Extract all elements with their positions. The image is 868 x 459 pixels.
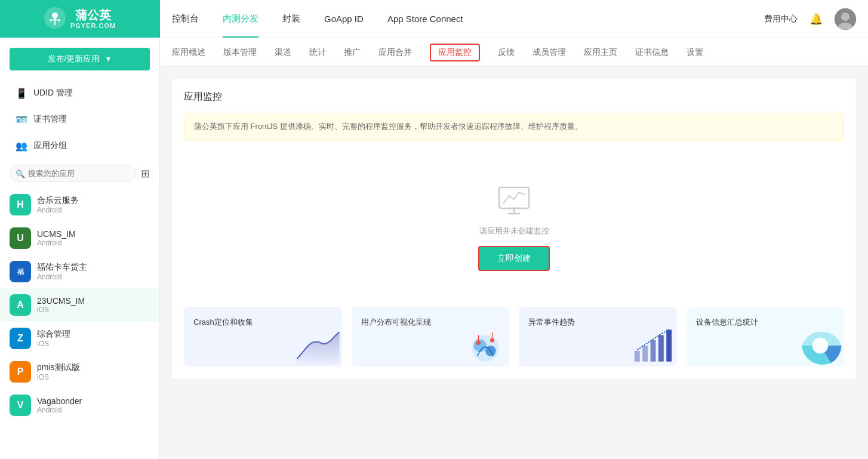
nav-dashboard[interactable]: 控制台 [172,0,199,38]
svg-point-8 [841,13,849,21]
app-info: Vagabonder Android [37,396,82,414]
sidebar-item-group[interactable]: 👥 应用分组 [10,133,150,159]
svg-rect-24 [658,335,663,361]
user-dist-icon [461,325,509,366]
subnav-promote[interactable]: 推广 [344,38,361,66]
feature-card-title: Crash定位和收集 [193,316,333,328]
top-nav: 蒲公英 PGYER.COM 控制台 内测分发 封装 GoApp ID App S… [0,0,868,38]
subnav-members[interactable]: 成员管理 [533,38,566,66]
sidebar-item-cert[interactable]: 🪪 证书管理 [10,106,150,133]
sidebar-menu: 📱 UDID 管理 🪪 证书管理 👥 应用分组 [0,80,159,159]
logo-text: 蒲公英 PGYER.COM [70,8,116,30]
subnav-channel[interactable]: 渠道 [275,38,291,66]
nav-goappid[interactable]: GoApp ID [324,0,364,38]
nav-links: 控制台 内测分发 封装 GoApp ID App Store Connect [160,0,764,38]
search-input-wrap: 🔍 [10,165,136,182]
app-icon: A [10,294,31,316]
svg-point-5 [50,19,52,21]
crash-chart-icon [294,325,342,366]
info-banner: 蒲公英旗下应用 FrontJS 提供准确、实时、完整的程序监控服务，帮助开发者快… [184,113,844,141]
page-content: 应用监控 蒲公英旗下应用 FrontJS 提供准确、实时、完整的程序监控服务，帮… [160,67,868,459]
subnav-homepage[interactable]: 应用主页 [584,38,617,66]
nav-appstore[interactable]: App Store Connect [387,0,463,38]
app-icon: P [10,361,31,383]
fee-center-link[interactable]: 费用中心 [764,14,798,24]
list-item[interactable]: Z 综合管理 iOS [0,322,159,355]
udid-icon: 📱 [16,87,27,99]
subnav-feedback[interactable]: 反馈 [498,38,515,66]
monitor-icon [496,183,532,218]
subnav-cert[interactable]: 证书信息 [635,38,669,66]
svg-rect-10 [499,187,529,208]
list-item[interactable]: H 合乐云服务 Android [0,188,159,221]
app-info: pmis测试版 iOS [37,362,80,381]
subnav-merge[interactable]: 应用合并 [378,38,412,66]
svg-rect-23 [650,340,655,362]
app-icon: 福 [10,261,31,282]
svg-point-6 [58,19,60,21]
subnav-version[interactable]: 版本管理 [223,38,257,66]
feature-card-user-dist: 用户分布可视化呈现 [352,307,510,366]
grid-view-icon[interactable]: ⊞ [141,167,150,180]
svg-point-26 [812,337,829,353]
nav-beta[interactable]: 内测分发 [223,0,258,38]
avatar[interactable] [835,8,856,30]
list-item[interactable]: P pmis测试版 iOS [0,355,159,389]
create-monitor-button[interactable]: 立即创建 [478,246,550,271]
feature-cards: Crash定位和收集 [184,307,844,366]
dropdown-arrow-icon: ▼ [105,55,112,63]
nav-right: 费用中心 🔔 [764,8,868,30]
device-info-icon [796,325,844,366]
nav-package[interactable]: 封装 [282,0,300,38]
svg-rect-22 [642,346,648,362]
feature-card-title: 设备信息汇总统计 [696,316,835,328]
list-item[interactable]: 福 福佑卡车货主 Android [0,255,159,288]
sidebar-item-udid[interactable]: 📱 UDID 管理 [10,80,150,106]
search-input[interactable] [10,165,136,182]
svg-rect-21 [634,351,639,362]
app-info: 综合管理 iOS [37,329,70,348]
list-item-active[interactable]: A 23UCMS_IM iOS [0,288,159,322]
app-info: 合乐云服务 Android [37,195,79,214]
logo-area: 蒲公英 PGYER.COM [0,0,160,38]
subnav-stats[interactable]: 统计 [309,38,326,66]
main-layout: 发布/更新应用 ▼ 📱 UDID 管理 🪪 证书管理 👥 应用分组 🔍 ⊞ [0,38,868,459]
subnav-overview[interactable]: 应用概述 [172,38,205,66]
empty-text: 该应用并未创建监控 [479,226,549,236]
app-icon: H [10,194,31,215]
app-icon: U [10,227,31,249]
feature-card-crash: Crash定位和收集 [184,307,342,366]
subnav-monitor[interactable]: 应用监控 [430,44,480,61]
feature-card-title: 用户分布可视化呈现 [361,316,500,328]
logo-icon [44,7,66,29]
app-info: UCMS_IM Android [37,229,76,247]
content-area: 应用概述 版本管理 渠道 统计 推广 应用合并 应用监控 反馈 成员管理 应用主… [160,38,868,459]
list-item[interactable]: U UCMS_IM Android [0,221,159,255]
app-icon: V [10,395,31,416]
cert-icon: 🪪 [16,113,27,125]
svg-point-17 [476,341,481,345]
app-list: H 合乐云服务 Android U UCMS_IM Android 福 福佑卡车… [0,188,159,422]
svg-point-15 [473,339,486,352]
search-area: 🔍 ⊞ [0,159,159,188]
sub-nav: 应用概述 版本管理 渠道 统计 推广 应用合并 应用监控 反馈 成员管理 应用主… [160,38,868,67]
feature-card-device: 设备信息汇总统计 [687,307,845,366]
publish-update-button[interactable]: 发布/更新应用 ▼ [10,48,150,70]
empty-state: 该应用并未创建监控 立即创建 [184,159,844,295]
content-card: 应用监控 蒲公英旗下应用 FrontJS 提供准确、实时、完整的程序监控服务，帮… [172,79,856,378]
svg-point-18 [490,338,494,342]
svg-point-1 [52,13,58,19]
app-info: 23UCMS_IM iOS [37,296,85,314]
list-item[interactable]: V Vagabonder Android [0,389,159,422]
anomaly-chart-icon [629,325,677,366]
app-info: 福佑卡车货主 Android [37,262,87,281]
page-title: 应用监控 [184,91,844,103]
svg-rect-25 [666,329,672,361]
sidebar: 发布/更新应用 ▼ 📱 UDID 管理 🪪 证书管理 👥 应用分组 🔍 ⊞ [0,38,160,459]
app-icon: Z [10,328,31,349]
search-icon: 🔍 [16,169,25,178]
feature-card-title: 异常事件趋势 [528,316,667,328]
bell-icon[interactable]: 🔔 [809,13,823,26]
subnav-settings[interactable]: 设置 [687,38,703,66]
group-icon: 👥 [16,140,27,152]
